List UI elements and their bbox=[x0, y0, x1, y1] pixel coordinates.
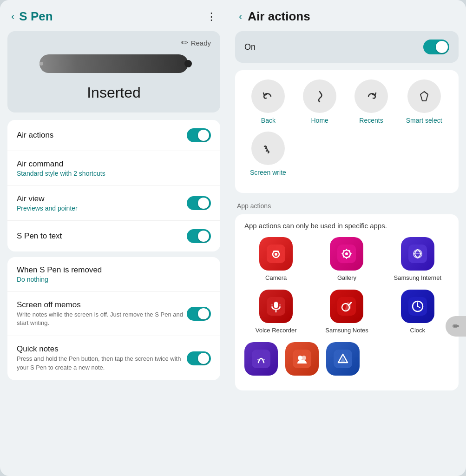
left-header: ‹ S Pen ⋮ bbox=[0, 0, 228, 31]
right-content: On Back bbox=[228, 31, 466, 476]
right-panel: ‹ Air actions On Back bbox=[228, 0, 466, 476]
header-left: ‹ S Pen bbox=[11, 9, 53, 24]
app-actions-desc: App actions can only be used in specific… bbox=[244, 222, 449, 230]
home-gesture-label: Home bbox=[311, 117, 328, 124]
float-edit-button[interactable]: ✏ bbox=[446, 316, 466, 337]
settings-card-1: Air actions Air command Standard style w… bbox=[7, 120, 220, 251]
air-command-subtitle: Standard style with 2 shortcuts bbox=[17, 170, 211, 177]
app-item-camera[interactable]: Camera bbox=[244, 237, 308, 282]
svg-point-18 bbox=[417, 305, 418, 307]
apps-grid: Camera Gallery bbox=[244, 237, 449, 335]
app-item-gallery[interactable]: Gallery bbox=[315, 237, 378, 282]
partial-app-3-icon bbox=[326, 342, 360, 376]
voice-recorder-icon bbox=[259, 290, 293, 323]
settings-item-quick-notes[interactable]: Quick notes Press and hold the Pen butto… bbox=[7, 336, 220, 380]
back-gesture-icon bbox=[251, 79, 285, 113]
svg-rect-2 bbox=[273, 251, 279, 252]
clock-icon bbox=[401, 290, 434, 323]
samsung-internet-icon bbox=[401, 237, 434, 271]
inserted-text: Inserted bbox=[87, 84, 141, 101]
air-actions-title: Air actions bbox=[248, 9, 310, 24]
float-edit-icon: ✏ bbox=[453, 321, 459, 331]
air-actions-toggle[interactable] bbox=[187, 128, 211, 142]
screen-off-memos-toggle[interactable] bbox=[187, 307, 211, 321]
status-badge: ✏ Ready bbox=[181, 38, 211, 48]
partial-app-2-icon bbox=[285, 342, 319, 376]
when-removed-subtitle: Do nothing bbox=[17, 276, 211, 283]
on-label: On bbox=[244, 42, 256, 52]
smart-select-gesture-icon bbox=[407, 79, 441, 113]
gallery-icon bbox=[330, 237, 363, 271]
svg-point-6 bbox=[345, 252, 348, 255]
samsung-notes-icon bbox=[330, 290, 363, 323]
status-text: Ready bbox=[191, 39, 211, 47]
quick-notes-title: Quick notes bbox=[17, 344, 187, 354]
recents-gesture-label: Recents bbox=[359, 117, 383, 124]
gestures-row-1: Back Home bbox=[243, 79, 451, 124]
settings-list: Air actions Air command Standard style w… bbox=[0, 112, 228, 476]
settings-item-when-removed[interactable]: When S Pen is removed Do nothing bbox=[7, 257, 220, 292]
gestures-row-2: Screen write bbox=[243, 132, 451, 176]
gesture-item-back[interactable]: Back bbox=[251, 79, 285, 124]
page-title: S Pen bbox=[19, 9, 53, 24]
air-view-subtitle: Previews and pointer bbox=[17, 205, 187, 212]
pen-status-area: ✏ Ready Inserted bbox=[7, 31, 220, 112]
samsung-notes-label: Samsung Notes bbox=[325, 327, 368, 335]
pen-status-icon: ✏ bbox=[181, 38, 188, 48]
app-item-samsung-notes[interactable]: Samsung Notes bbox=[315, 290, 378, 335]
camera-label: Camera bbox=[265, 274, 287, 282]
clock-label: Clock bbox=[410, 327, 426, 335]
app-item-samsung-internet[interactable]: Samsung Internet bbox=[386, 237, 449, 282]
quick-notes-desc: Press and hold the Pen button, then tap … bbox=[17, 355, 187, 371]
app-item-clock[interactable]: Clock bbox=[386, 290, 449, 335]
samsung-internet-label: Samsung Internet bbox=[394, 274, 442, 282]
back-button[interactable]: ‹ bbox=[11, 11, 14, 23]
settings-item-air-actions[interactable]: Air actions bbox=[7, 120, 220, 151]
screen-off-memos-desc: Write notes while the screen is off. Jus… bbox=[17, 311, 187, 327]
left-panel: ‹ S Pen ⋮ ✏ Ready Inserted Air actions A… bbox=[0, 0, 228, 476]
air-actions-title: Air actions bbox=[17, 131, 187, 140]
voice-recorder-label: Voice Recorder bbox=[256, 327, 297, 335]
s-pen-to-text-toggle[interactable] bbox=[187, 229, 211, 243]
when-removed-title: When S Pen is removed bbox=[17, 265, 211, 275]
air-view-toggle[interactable] bbox=[187, 196, 211, 210]
on-toggle-card: On bbox=[235, 31, 459, 63]
menu-button[interactable]: ⋮ bbox=[206, 11, 217, 23]
apps-partial-row bbox=[244, 342, 449, 383]
gallery-label: Gallery bbox=[337, 274, 356, 282]
gesture-item-smart-select[interactable]: Smart select bbox=[406, 79, 442, 124]
air-actions-back-button[interactable]: ‹ bbox=[239, 11, 242, 23]
screen-write-gesture-label: Screen write bbox=[250, 169, 286, 176]
screen-off-memos-title: Screen off memos bbox=[17, 300, 187, 310]
smart-select-gesture-label: Smart select bbox=[406, 117, 442, 124]
settings-item-air-view[interactable]: Air view Previews and pointer bbox=[7, 186, 220, 221]
air-view-title: Air view bbox=[17, 194, 187, 204]
settings-item-air-command[interactable]: Air command Standard style with 2 shortc… bbox=[7, 151, 220, 186]
settings-item-screen-off-memos[interactable]: Screen off memos Write notes while the s… bbox=[7, 292, 220, 336]
svg-point-22 bbox=[302, 356, 306, 360]
back-gesture-label: Back bbox=[261, 117, 276, 124]
app-item-voice-recorder[interactable]: Voice Recorder bbox=[244, 290, 308, 335]
s-pen-to-text-title: S Pen to text bbox=[17, 231, 187, 241]
air-command-title: Air command bbox=[17, 159, 211, 169]
settings-item-s-pen-to-text[interactable]: S Pen to text bbox=[7, 221, 220, 251]
app-item-partial-2[interactable] bbox=[285, 342, 319, 376]
camera-icon bbox=[259, 237, 293, 271]
app-item-partial-3[interactable] bbox=[326, 342, 360, 376]
quick-notes-toggle[interactable] bbox=[187, 351, 211, 365]
on-toggle[interactable] bbox=[423, 40, 449, 54]
screen-write-gesture-icon bbox=[251, 132, 285, 165]
svg-point-3 bbox=[275, 253, 277, 256]
svg-rect-10 bbox=[274, 302, 278, 308]
settings-card-2: When S Pen is removed Do nothing Screen … bbox=[7, 257, 220, 380]
gesture-item-recents[interactable]: Recents bbox=[354, 79, 388, 124]
app-actions-card: App actions can only be used in specific… bbox=[235, 214, 459, 390]
right-header: ‹ Air actions bbox=[228, 0, 466, 31]
gesture-item-screen-write[interactable]: Screen write bbox=[250, 132, 286, 176]
app-actions-section-header: App actions bbox=[235, 198, 459, 214]
home-gesture-icon bbox=[303, 79, 336, 113]
gesture-item-home[interactable]: Home bbox=[303, 79, 336, 124]
gestures-card: Back Home bbox=[235, 70, 459, 193]
pen-image bbox=[39, 54, 188, 73]
app-item-partial-1[interactable] bbox=[244, 342, 278, 376]
